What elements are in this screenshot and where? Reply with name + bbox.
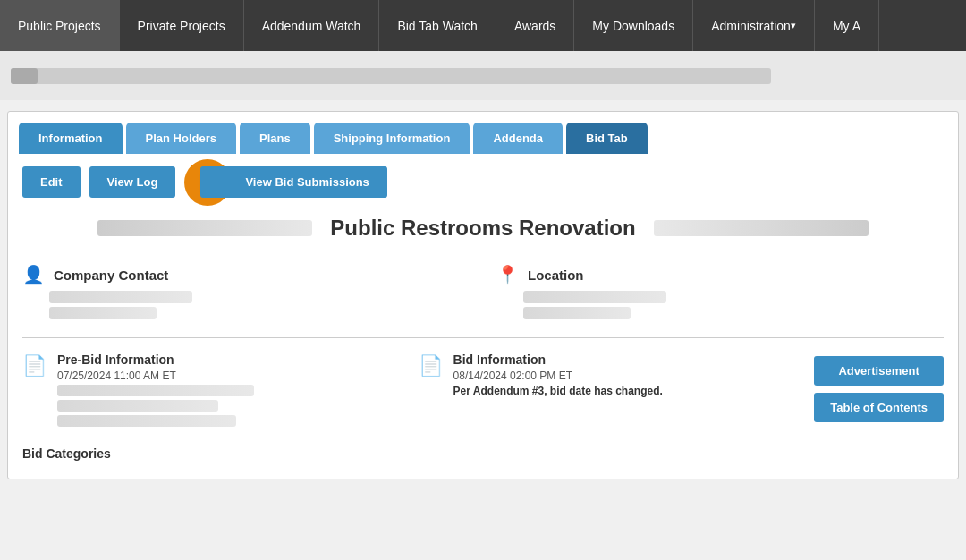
nav-private-projects[interactable]: Private Projects	[120, 0, 244, 51]
nav-addendum-watch[interactable]: Addendum Watch	[244, 0, 380, 51]
progress-area	[0, 51, 966, 100]
title-bar-right	[654, 220, 869, 236]
location-placeholder-1	[523, 291, 666, 303]
company-contact-placeholder-2	[49, 307, 157, 319]
details-section: 👤 Company Contact 📍 Location	[8, 255, 958, 328]
bid-categories-label: Bid Categories	[8, 436, 958, 461]
bid-info-col: 📄 Bid Information 08/14/2024 02:00 PM ET…	[419, 352, 797, 430]
tab-shipping-information[interactable]: Shipping Information	[314, 123, 470, 154]
advertisement-button[interactable]: Advertisement	[814, 356, 944, 386]
bid-info-date: 08/14/2024 02:00 PM ET	[453, 369, 663, 382]
pre-bid-col: 📄 Pre-Bid Information 07/25/2024 11:00 A…	[22, 352, 401, 430]
tab-plans[interactable]: Plans	[240, 123, 310, 154]
view-log-button[interactable]: View Log	[89, 166, 176, 198]
location-col: 📍 Location	[496, 264, 944, 319]
company-contact-header: 👤 Company Contact	[22, 264, 470, 285]
bid-info-row: 📄 Pre-Bid Information 07/25/2024 11:00 A…	[8, 347, 958, 436]
bid-info-title: Bid Information	[453, 352, 663, 367]
nav-administration[interactable]: Administration	[693, 0, 815, 51]
progress-bar-fill	[11, 68, 38, 84]
location-label: Location	[528, 267, 584, 283]
pre-bid-title: Pre-Bid Information	[57, 352, 254, 367]
table-of-contents-button[interactable]: Table of Contents	[814, 393, 944, 422]
pre-bid-placeholder-1	[57, 385, 254, 396]
bid-info-content: Bid Information 08/14/2024 02:00 PM ET P…	[453, 352, 663, 397]
section-divider	[22, 337, 944, 338]
pre-bid-doc-icon: 📄	[22, 354, 47, 378]
nav-public-projects[interactable]: Public Projects	[0, 0, 120, 51]
nav-bid-tab-watch[interactable]: Bid Tab Watch	[379, 0, 496, 51]
person-icon: 👤	[22, 264, 45, 285]
nav-my-a[interactable]: My A	[815, 0, 879, 51]
project-title: Public Restrooms Renovation	[312, 216, 653, 241]
nav-awards[interactable]: Awards	[496, 0, 574, 51]
main-content: Information Plan Holders Plans Shipping …	[7, 111, 959, 479]
edit-button[interactable]: Edit	[22, 166, 80, 198]
view-bid-submissions-container: 📋 View Bid Submissions	[200, 166, 386, 198]
tab-information[interactable]: Information	[19, 123, 123, 154]
pre-bid-date: 07/25/2024 11:00 AM ET	[57, 369, 254, 382]
nav-my-downloads[interactable]: My Downloads	[574, 0, 693, 51]
tab-plan-holders[interactable]: Plan Holders	[126, 123, 236, 154]
tab-bid-tab[interactable]: Bid Tab	[566, 123, 648, 154]
location-icon: 📍	[496, 264, 519, 285]
location-header: 📍 Location	[496, 264, 944, 285]
top-navigation: Public Projects Private Projects Addendu…	[0, 0, 966, 51]
action-buttons-row: Edit View Log 📋 View Bid Submissions	[8, 154, 958, 207]
project-title-area: Public Restrooms Renovation	[8, 207, 958, 255]
view-bid-submissions-button[interactable]: View Bid Submissions	[200, 166, 386, 198]
pre-bid-placeholder-3	[57, 415, 236, 427]
title-bar-left	[97, 220, 312, 236]
location-placeholder-2	[523, 307, 631, 319]
pre-bid-placeholder-2	[57, 400, 218, 412]
pre-bid-content: Pre-Bid Information 07/25/2024 11:00 AM …	[57, 352, 254, 430]
bid-info-note: Per Addendum #3, bid date has changed.	[453, 385, 663, 397]
bid-info-doc-icon: 📄	[419, 354, 443, 378]
right-action-buttons: Advertisement Table of Contents	[814, 352, 944, 430]
tab-addenda[interactable]: Addenda	[473, 123, 563, 154]
tabs-container: Information Plan Holders Plans Shipping …	[8, 112, 958, 154]
progress-bar	[11, 68, 771, 84]
company-contact-placeholder-1	[49, 291, 192, 303]
company-contact-label: Company Contact	[54, 267, 168, 283]
company-contact-col: 👤 Company Contact	[22, 264, 470, 319]
